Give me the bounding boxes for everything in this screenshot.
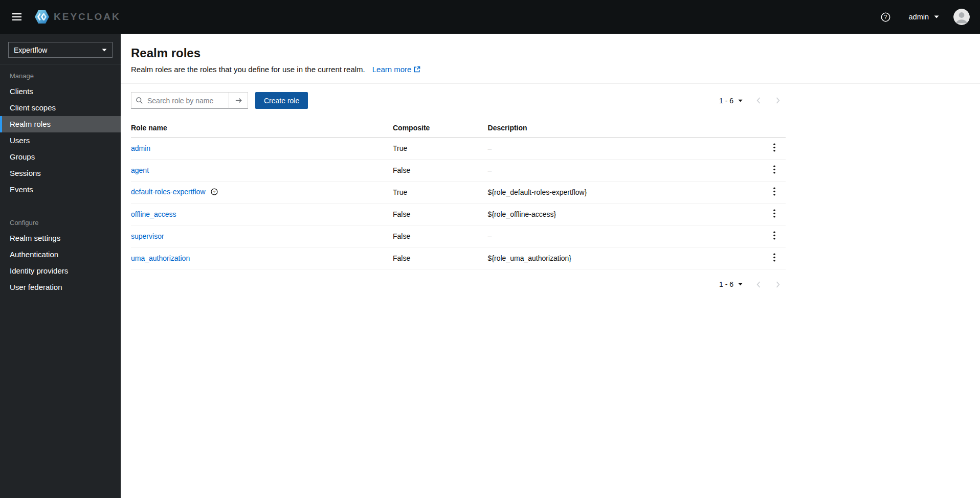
prev-page-button[interactable] [751,277,766,292]
column-header-description: Description [488,119,762,138]
kebab-icon [773,165,775,174]
role-link[interactable]: agent [131,166,149,174]
composite-cell: False [393,203,488,225]
description-cell: – [488,138,762,160]
content-section: Create role 1 - 6 [121,84,786,292]
topbar: KEYCLOAK ? admin [0,0,980,34]
kebab-icon [773,209,775,218]
table-row: admin True – [131,138,786,160]
search-input[interactable] [131,92,229,109]
description-cell: – [488,160,762,182]
composite-cell: False [393,247,488,269]
kebab-menu-button[interactable] [768,164,781,177]
avatar[interactable] [953,9,970,25]
sidebar-item-authentication[interactable]: Authentication [0,246,121,263]
pagination-range-menu-button[interactable]: 1 - 6 [715,94,747,108]
nav-list: Realm settings Authentication Identity p… [0,230,121,296]
role-link[interactable]: default-roles-expertflow [131,188,206,196]
search-group [131,92,248,109]
current-realm-label: Expertflow [14,46,47,54]
kebab-menu-button[interactable] [768,252,781,265]
keycloak-logo[interactable]: KEYCLOAK [34,9,121,25]
keycloak-logo-icon [34,9,50,25]
kebab-menu-button[interactable] [768,208,781,221]
role-link[interactable]: uma_authorization [131,254,190,262]
search-submit-button[interactable] [229,92,248,109]
kebab-icon [773,187,775,196]
learn-more-label: Learn more [372,65,412,74]
chevron-right-icon [776,281,780,288]
user-menu-button[interactable]: admin [905,10,944,24]
topbar-actions: ? admin [877,8,970,26]
sidebar-item-identity-providers[interactable]: Identity providers [0,263,121,279]
role-link[interactable]: offline_access [131,210,176,218]
table-row: agent False – [131,160,786,182]
table-row: supervisor False – [131,225,786,247]
kebab-icon [773,143,775,152]
kebab-icon [773,253,775,262]
sidebar-item-events[interactable]: Events [0,182,121,198]
sidebar-item-client-scopes[interactable]: Client scopes [0,100,121,116]
caret-down-icon [934,15,939,18]
caret-down-icon [738,283,743,286]
learn-more-link[interactable]: Learn more [372,65,421,74]
sidebar-item-groups[interactable]: Groups [0,149,121,165]
sidebar-item-realm-settings[interactable]: Realm settings [0,230,121,246]
chevron-left-icon [756,281,761,288]
table-row: offline_access False ${role_offline-acce… [131,203,786,225]
role-link[interactable]: admin [131,144,150,152]
sidebar-item-sessions[interactable]: Sessions [0,165,121,182]
nav-toggle-button[interactable] [8,9,26,25]
pagination-range-menu-button[interactable]: 1 - 6 [715,277,747,291]
column-header-composite: Composite [393,119,488,138]
help-icon: ? [881,12,890,22]
nav-section-label: Manage [0,65,121,83]
arrow-right-icon [235,97,242,104]
chevron-right-icon [776,97,780,104]
role-link[interactable]: supervisor [131,232,164,240]
create-role-button[interactable]: Create role [255,92,308,109]
description-cell: ${role_uma_authorization} [488,247,762,269]
main-content: Realm roles Realm roles are the roles th… [121,34,980,498]
sidebar: Expertflow Manage Clients Client scopes … [0,34,121,498]
composite-cell: True [393,138,488,160]
realm-selector[interactable]: Expertflow [8,42,113,58]
sidebar-item-realm-roles[interactable]: Realm roles [0,116,121,132]
composite-cell: True [393,182,488,203]
brand-wordmark: KEYCLOAK [54,11,121,22]
kebab-menu-button[interactable] [768,230,781,243]
keycloak-admin-console: KEYCLOAK ? admin [0,0,980,498]
sidebar-item-clients[interactable]: Clients [0,83,121,100]
pagination-range-label: 1 - 6 [719,280,733,288]
sidebar-item-user-federation[interactable]: User federation [0,279,121,296]
nav-list: Clients Client scopes Realm roles Users … [0,83,121,198]
sidebar-nav: Manage Clients Client scopes Realm roles… [0,64,121,296]
hamburger-icon [12,13,21,20]
description-cell: ${role_offline-access} [488,203,762,225]
pagination-top: 1 - 6 [715,93,786,108]
prev-page-button[interactable] [751,93,766,108]
pagination-bottom: 1 - 6 [131,269,786,292]
nav-section-label: Configure [0,212,121,230]
next-page-button[interactable] [770,93,786,108]
svg-text:?: ? [213,190,216,194]
chevron-left-icon [756,97,761,104]
help-button[interactable]: ? [877,8,895,26]
kebab-menu-button[interactable] [768,186,781,199]
caret-down-icon [102,49,107,52]
realm-roles-table: Role name Composite Description admin Tr… [131,119,786,269]
help-icon[interactable]: ? [211,188,218,197]
composite-cell: False [393,160,488,182]
avatar-icon [953,9,970,25]
table-header-row: Role name Composite Description [131,119,786,138]
page-title: Realm roles [131,46,968,60]
nav-section-configure: Configure Realm settings Authentication … [0,212,121,296]
next-page-button[interactable] [770,277,786,292]
table-row: default-roles-expertflow ? True ${role_d… [131,182,786,203]
description-cell: ${role_default-roles-expertflow} [488,182,762,203]
table-row: uma_authorization False ${role_uma_autho… [131,247,786,269]
kebab-icon [773,231,775,240]
kebab-menu-button[interactable] [768,142,781,155]
page-description: Realm roles are the roles that you defin… [131,65,365,74]
sidebar-item-users[interactable]: Users [0,132,121,149]
